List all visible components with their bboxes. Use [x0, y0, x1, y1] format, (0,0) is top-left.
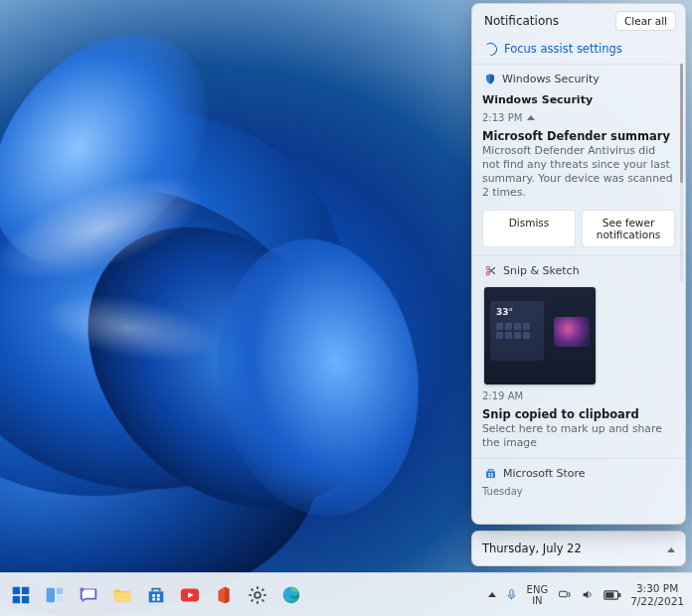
taskbar-pinned-apps	[8, 582, 304, 608]
folder-icon	[111, 584, 133, 606]
svg-rect-14	[57, 595, 63, 601]
chat-icon	[78, 584, 99, 606]
group-app-header[interactable]: Windows Security	[482, 71, 675, 89]
calendar-bar[interactable]: Thursday, July 22	[471, 531, 686, 566]
svg-rect-5	[491, 473, 493, 475]
notification-body[interactable]: Microsoft Defender Antivirus did not fin…	[482, 143, 675, 200]
network-icon	[557, 588, 572, 601]
scrollbar-thumb[interactable]	[680, 64, 683, 183]
tray-network[interactable]	[557, 588, 572, 601]
store-icon	[145, 584, 167, 606]
svg-rect-20	[157, 597, 160, 600]
see-fewer-button[interactable]: See fewer notifications	[582, 210, 675, 247]
svg-line-30	[261, 588, 263, 590]
scissors-icon	[484, 264, 497, 277]
windows-logo-icon	[10, 584, 32, 606]
thumb-weather-temp: 33°	[496, 307, 513, 317]
task-view-icon	[44, 584, 66, 606]
notification-title[interactable]: Snip copied to clipboard	[482, 401, 675, 421]
svg-rect-12	[47, 587, 55, 602]
microsoft-store-button[interactable]	[143, 582, 169, 608]
svg-rect-7	[491, 475, 493, 477]
file-explorer-button[interactable]	[109, 582, 135, 608]
action-center-panel: Notifications Clear all Focus assist set…	[471, 3, 686, 566]
tray-battery[interactable]	[604, 589, 621, 601]
group-app-name: Windows Security	[502, 73, 600, 85]
notification-title[interactable]: Microsoft Defender summary	[482, 123, 675, 143]
group-app-name: Snip & Sketch	[503, 264, 580, 277]
group-app-header[interactable]: Microsoft Store	[482, 465, 675, 484]
svg-rect-11	[22, 595, 29, 602]
tray-overflow-button[interactable]	[488, 592, 496, 597]
youtube-button[interactable]	[177, 582, 203, 608]
scrollbar[interactable]	[680, 64, 683, 282]
store-icon	[484, 467, 497, 480]
notification-group-windows-security: Windows Security Windows Security 2:13 P…	[472, 64, 685, 255]
chevron-up-icon	[527, 115, 535, 120]
edge-icon	[280, 584, 302, 606]
notification-group-microsoft-store: Microsoft Store Tuesday	[472, 458, 685, 499]
microphone-icon	[505, 587, 518, 602]
svg-rect-13	[57, 587, 63, 593]
dismiss-button[interactable]: Dismiss	[482, 210, 576, 247]
svg-line-28	[261, 599, 263, 601]
svg-rect-18	[157, 594, 160, 597]
svg-rect-8	[13, 586, 20, 593]
svg-point-22	[255, 592, 260, 598]
tray-microphone[interactable]	[505, 587, 518, 602]
svg-rect-35	[618, 592, 620, 596]
clear-all-button[interactable]: Clear all	[615, 11, 676, 31]
lang-code: ENG	[527, 584, 549, 595]
group-app-header[interactable]: Snip & Sketch	[482, 262, 675, 281]
chat-button[interactable]	[76, 582, 101, 608]
shield-icon	[484, 73, 496, 85]
office-button[interactable]	[211, 582, 237, 608]
notification-time-row: 2:19 AM	[482, 385, 675, 401]
office-icon	[213, 584, 235, 606]
svg-rect-17	[152, 594, 155, 597]
svg-rect-33	[560, 591, 568, 596]
notification-header: Notifications Clear all	[472, 4, 685, 37]
moon-icon	[482, 41, 498, 57]
taskbar: ENG IN 3:30 PM 7/22/2021	[0, 572, 692, 616]
tray-language[interactable]: ENG IN	[527, 584, 549, 606]
notification-group-snip-sketch: Snip & Sketch 33° 2:19 AM Snip copied to…	[472, 255, 685, 458]
svg-point-16	[81, 587, 85, 591]
group-app-name: Microsoft Store	[503, 467, 586, 480]
edge-button[interactable]	[278, 582, 304, 608]
task-view-button[interactable]	[42, 582, 68, 608]
lang-region: IN	[532, 595, 542, 606]
clock-date: 7/22/2021	[630, 595, 684, 608]
svg-rect-36	[606, 592, 613, 598]
settings-button[interactable]	[245, 582, 270, 608]
svg-rect-19	[152, 597, 155, 600]
svg-rect-10	[13, 595, 20, 602]
notification-body[interactable]: Select here to mark up and share the ima…	[482, 421, 675, 450]
svg-rect-4	[488, 473, 490, 475]
start-button[interactable]	[8, 582, 34, 608]
focus-assist-label: Focus assist settings	[504, 42, 622, 56]
youtube-icon	[179, 584, 201, 606]
group-source-name: Windows Security	[482, 89, 675, 106]
snip-thumbnail[interactable]: 33°	[484, 287, 596, 385]
svg-rect-32	[509, 590, 512, 596]
svg-line-27	[252, 588, 254, 590]
tray-clock[interactable]: 3:30 PM 7/22/2021	[630, 582, 684, 608]
tray-volume[interactable]	[581, 588, 595, 601]
svg-rect-9	[22, 586, 29, 593]
system-tray: ENG IN 3:30 PM 7/22/2021	[488, 582, 684, 608]
chevron-up-icon	[667, 543, 675, 554]
notification-pane: Notifications Clear all Focus assist set…	[471, 3, 686, 525]
notification-day: Tuesday	[482, 486, 523, 497]
focus-assist-link[interactable]: Focus assist settings	[472, 37, 685, 64]
svg-line-29	[252, 599, 254, 601]
chevron-up-icon	[488, 592, 496, 597]
notification-time-row[interactable]: 2:13 PM	[482, 106, 675, 123]
gear-icon	[247, 584, 268, 606]
calendar-date: Thursday, July 22	[482, 541, 582, 555]
svg-rect-6	[488, 475, 490, 477]
notification-time: 2:19 AM	[482, 390, 523, 401]
notification-time: 2:13 PM	[482, 112, 522, 123]
clock-time: 3:30 PM	[636, 582, 678, 595]
speaker-icon	[581, 588, 595, 601]
